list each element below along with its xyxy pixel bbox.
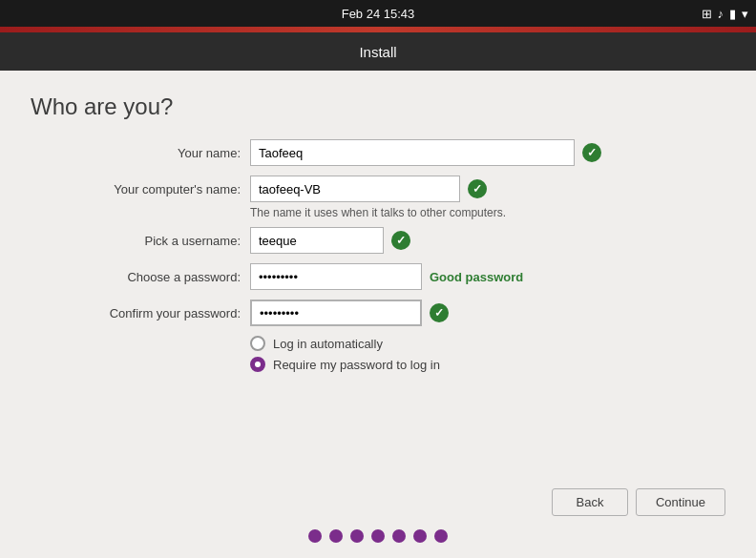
your-name-input[interactable]	[250, 139, 575, 166]
progress-dot-5	[392, 529, 406, 543]
progress-dot-7	[434, 529, 448, 543]
progress-dot-4	[371, 529, 385, 543]
your-name-check-icon	[582, 143, 601, 162]
progress-dot-1	[308, 529, 322, 543]
require-password-radio[interactable]	[250, 357, 265, 372]
progress-dot-6	[413, 529, 427, 543]
password-label: Choose a password:	[31, 270, 250, 284]
progress-dot-3	[350, 529, 364, 543]
user-form: Your name: Your computer's name: The nam…	[31, 139, 725, 488]
volume-icon: ♪	[718, 7, 724, 21]
continue-button[interactable]: Continue	[636, 488, 725, 516]
progress-dot-2	[329, 529, 343, 543]
computer-name-row: Your computer's name:	[31, 176, 725, 202]
login-auto-row[interactable]: Log in automatically	[250, 336, 725, 351]
computer-name-check-icon	[468, 179, 487, 198]
confirm-password-row: Confirm your password:	[31, 300, 725, 326]
network-icon: ⊞	[702, 7, 712, 21]
login-auto-radio[interactable]	[250, 336, 265, 351]
login-auto-label: Log in automatically	[273, 337, 383, 351]
top-bar: Feb 24 15:43 ⊞ ♪ ▮ ▾	[0, 0, 756, 27]
main-content: Who are you? Your name: Your computer's …	[0, 71, 756, 558]
computer-name-hint: The name it uses when it talks to other …	[250, 206, 725, 219]
computer-name-label: Your computer's name:	[31, 182, 250, 196]
bottom-area: Back Continue	[31, 488, 725, 543]
password-input[interactable]	[250, 263, 422, 290]
confirm-password-input[interactable]	[250, 300, 422, 326]
datetime-display: Feb 24 15:43	[342, 7, 415, 21]
battery-icon: ▮	[729, 7, 736, 21]
your-name-row: Your name:	[31, 139, 725, 166]
username-label: Pick a username:	[31, 234, 250, 248]
require-password-row[interactable]: Require my password to log in	[250, 357, 725, 372]
require-password-label: Require my password to log in	[273, 358, 440, 372]
page-title: Who are you?	[31, 93, 725, 120]
username-row: Pick a username:	[31, 227, 725, 254]
menu-arrow-icon: ▾	[742, 7, 748, 21]
computer-name-input[interactable]	[250, 176, 460, 202]
back-button[interactable]: Back	[552, 488, 628, 516]
progress-dots	[308, 529, 448, 543]
button-row: Back Continue	[31, 488, 725, 516]
window-title: Install	[359, 44, 396, 60]
confirm-password-label: Confirm your password:	[31, 306, 250, 320]
login-options: Log in automatically Require my password…	[250, 336, 725, 372]
username-input[interactable]	[250, 227, 384, 254]
password-row: Choose a password: Good password	[31, 263, 725, 290]
confirm-password-check-icon	[430, 303, 449, 322]
password-strength-text: Good password	[430, 270, 523, 284]
title-bar: Install	[0, 32, 756, 71]
system-tray: ⊞ ♪ ▮ ▾	[702, 7, 749, 21]
username-check-icon	[391, 231, 410, 250]
your-name-label: Your name:	[31, 146, 250, 160]
